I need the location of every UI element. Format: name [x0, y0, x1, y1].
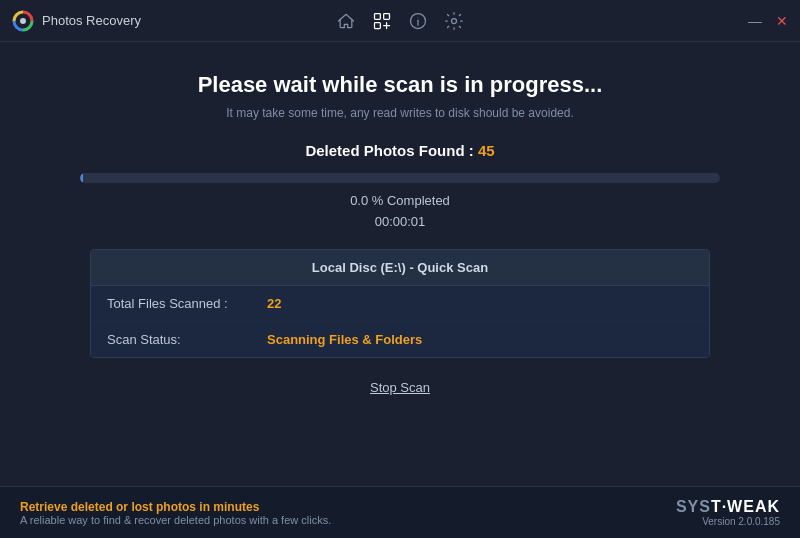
progress-bar-fill: [80, 173, 83, 183]
brand-sys: SYS: [676, 498, 711, 515]
footer-title: Retrieve deleted or lost photos in minut…: [20, 500, 331, 514]
table-row: Total Files Scanned : 22: [91, 286, 709, 322]
close-button[interactable]: ✕: [776, 13, 788, 29]
home-nav-icon[interactable]: [336, 11, 356, 31]
scan-subtext: It may take some time, any read writes t…: [226, 106, 574, 120]
svg-point-7: [452, 18, 457, 23]
svg-point-1: [20, 18, 26, 24]
info-nav-icon[interactable]: [408, 11, 428, 31]
row-value-status: Scanning Files & Folders: [267, 332, 422, 347]
row-label-files: Total Files Scanned :: [107, 296, 267, 311]
progress-time: 00:00:01: [375, 214, 426, 229]
progress-bar-container: [80, 173, 720, 183]
stop-scan-button[interactable]: Stop Scan: [370, 380, 430, 395]
found-label: Deleted Photos Found : 45: [305, 142, 494, 159]
table-row: Scan Status: Scanning Files & Folders: [91, 322, 709, 357]
app-title: Photos Recovery: [42, 13, 141, 28]
svg-rect-4: [375, 22, 381, 28]
brand-tweak: T·WEAK: [711, 498, 780, 515]
scan-table-header: Local Disc (E:\) - Quick Scan: [91, 250, 709, 286]
svg-rect-3: [384, 13, 390, 19]
brand-text: SYST·WEAK: [676, 498, 780, 516]
app-logo: [12, 10, 34, 32]
settings-nav-icon[interactable]: [444, 11, 464, 31]
title-bar: Photos Recovery: [0, 0, 800, 42]
svg-point-6: [418, 17, 419, 18]
preview-nav-icon[interactable]: [372, 11, 392, 31]
title-left: Photos Recovery: [12, 10, 141, 32]
scan-info-table: Local Disc (E:\) - Quick Scan Total File…: [90, 249, 710, 358]
title-nav: [336, 11, 464, 31]
footer-left: Retrieve deleted or lost photos in minut…: [20, 500, 331, 526]
minimize-button[interactable]: —: [748, 13, 762, 29]
footer-brand: SYST·WEAK Version 2.0.0.185: [676, 498, 780, 527]
row-value-files: 22: [267, 296, 281, 311]
window-controls: — ✕: [748, 13, 788, 29]
footer: Retrieve deleted or lost photos in minut…: [0, 486, 800, 538]
main-content: Please wait while scan is in progress...…: [0, 42, 800, 415]
progress-percent: 0.0 % Completed: [350, 193, 450, 208]
svg-rect-2: [375, 13, 381, 19]
found-count: 45: [478, 142, 495, 159]
brand-version: Version 2.0.0.185: [702, 516, 780, 527]
footer-subtitle: A reliable way to find & recover deleted…: [20, 514, 331, 526]
scan-heading: Please wait while scan is in progress...: [198, 72, 603, 98]
row-label-status: Scan Status:: [107, 332, 267, 347]
